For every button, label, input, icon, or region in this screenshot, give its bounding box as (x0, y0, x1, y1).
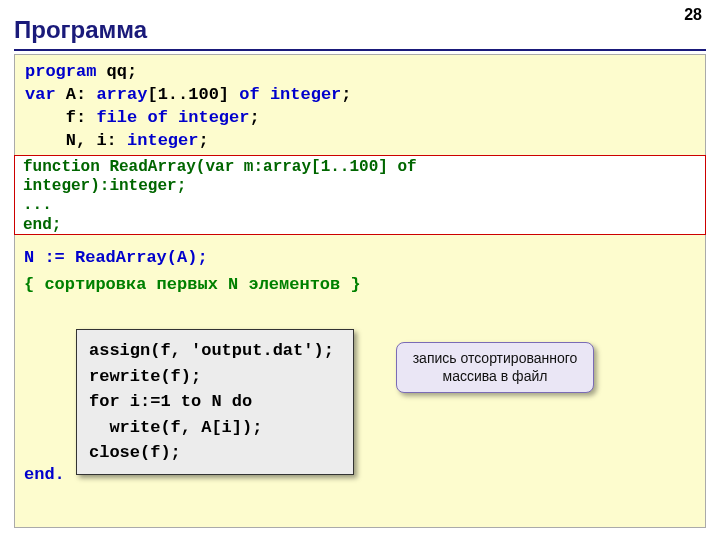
inner-line-5: close(f); (89, 440, 341, 466)
func-line-4: end; (23, 216, 697, 235)
kw-file: file (96, 108, 137, 127)
page-number: 28 (684, 6, 702, 24)
inner-line-3: for i:=1 to N do (89, 389, 341, 415)
inner-line-1: assign(f, 'output.dat'); (89, 338, 341, 364)
code-line-3: f: file of integer; (25, 107, 695, 130)
kw-integer: integer (270, 85, 341, 104)
kw-program: program (25, 62, 96, 81)
code-text: qq; (96, 62, 137, 81)
callout-note: запись отсортированного массива в файл (396, 342, 594, 393)
code-text: A: (56, 85, 97, 104)
kw-var: var (25, 85, 56, 104)
func-line-3: ... (23, 196, 697, 215)
kw-of: of (239, 85, 259, 104)
code-text: ; (249, 108, 259, 127)
code-line-1: program qq; (25, 61, 695, 84)
func-line-1: function ReadArray(var m:array[1..100] o… (23, 158, 697, 177)
code-text: ; (341, 85, 351, 104)
code-text (137, 108, 147, 127)
function-box: function ReadArray(var m:array[1..100] o… (14, 155, 706, 235)
kw-integer: integer (127, 131, 198, 150)
kw-of: of (147, 108, 167, 127)
write-file-box: assign(f, 'output.dat'); rewrite(f); for… (76, 329, 354, 475)
after-line-1: N := ReadArray(A); (24, 244, 361, 271)
end-keyword: end. (24, 465, 65, 484)
code-text: f: (25, 108, 96, 127)
code-text (260, 85, 270, 104)
inner-line-2: rewrite(f); (89, 364, 341, 390)
after-line-2-comment: { сортировка первых N элементов } (24, 271, 361, 298)
code-text (168, 108, 178, 127)
code-line-4: N, i: integer; (25, 130, 695, 153)
code-text: N, i: (25, 131, 127, 150)
inner-line-4: write(f, A[i]); (89, 415, 341, 441)
func-line-2: integer):integer; (23, 177, 697, 196)
kw-integer: integer (178, 108, 249, 127)
slide-title: Программа (14, 16, 147, 44)
kw-array: array (96, 85, 147, 104)
title-underline (14, 49, 706, 51)
code-text: ; (198, 131, 208, 150)
after-func-block: N := ReadArray(A); { сортировка первых N… (24, 244, 361, 298)
code-text: [1..100] (147, 85, 239, 104)
code-line-2: var A: array[1..100] of integer; (25, 84, 695, 107)
